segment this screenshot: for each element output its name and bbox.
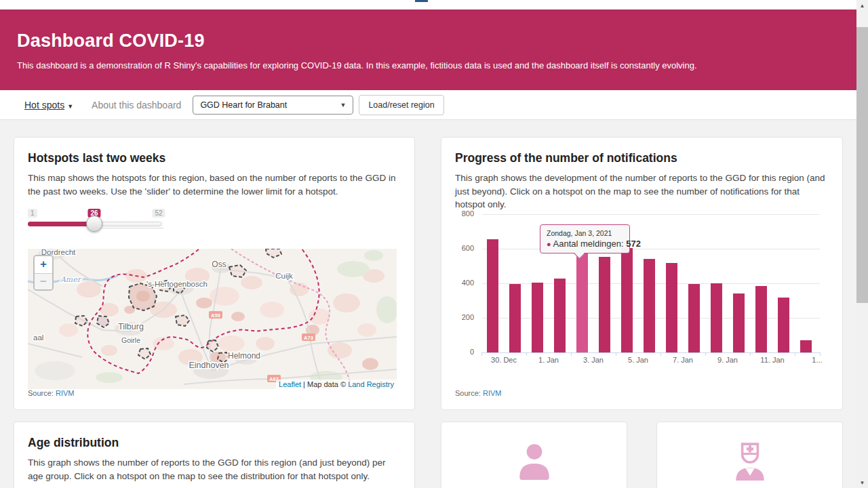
slider-handle[interactable] [86, 216, 102, 232]
x-axis-tick [616, 352, 616, 356]
scrollbar-thumb[interactable] [856, 27, 868, 303]
chart-bar[interactable] [599, 257, 610, 352]
age-card-title: Age distribution [28, 436, 401, 450]
tooltip-value: 572 [626, 239, 641, 249]
rivm-link[interactable]: RIVM [483, 389, 502, 397]
user-icon [515, 441, 554, 482]
tooltip-series-label: Aantal meldingen: [553, 239, 624, 249]
chart-bar[interactable] [688, 284, 700, 352]
notifications-card-title: Progress of the number of notifications [455, 151, 829, 165]
chart-bar[interactable] [487, 239, 498, 352]
x-axis-label: 1. Jan [538, 356, 559, 364]
nurse-icon [730, 441, 770, 482]
hotspots-card: Hotspots last two weeks This map shows t… [14, 137, 415, 410]
x-axis-label: 11. Jan [760, 356, 784, 364]
chart-bar[interactable] [532, 283, 543, 353]
tab-hot-spots-label: Hot spots [24, 100, 64, 110]
city-label: Tilburg [118, 322, 144, 331]
chart-bar[interactable] [576, 253, 588, 352]
x-axis-tick [750, 352, 751, 356]
chart-bar[interactable] [644, 259, 655, 352]
x-axis-label: 9. Jan [717, 356, 738, 364]
city-label: Eindhoven [189, 361, 229, 370]
chart-bar[interactable] [621, 248, 633, 352]
chart-gridline [482, 214, 820, 215]
browser-viewport: Dashboard COVID-19 This dashboard is a d… [0, 0, 868, 488]
road-badge-label: A50 [211, 312, 220, 319]
chart-tooltip: Zondag, Jan 3, 2021 ● Aantal meldingen: … [540, 224, 630, 253]
tooltip-date: Zondag, Jan 3, 2021 [547, 229, 623, 237]
region-select-value: GGD Heart for Brabant [200, 100, 287, 110]
leaflet-map[interactable]: A50A73A67 DordrechtOssCuijk's-Hertogenbo… [28, 249, 397, 389]
series-marker-icon: ● [547, 240, 551, 248]
top-strip [0, 0, 868, 9]
page-subtitle: This dashboard is a demonstration of R S… [17, 60, 856, 70]
x-axis-label: 30. Dec [491, 356, 517, 364]
land-registry-link[interactable]: Land Registry [348, 380, 394, 388]
age-distribution-card: Age distribution This graph shows the nu… [14, 422, 415, 488]
tab-hot-spots[interactable]: Hot spots▼ [24, 100, 73, 110]
source-label: Source: [28, 389, 54, 397]
chevron-down-icon: ▼ [340, 102, 346, 108]
y-axis-tick-label: 800 [441, 209, 474, 218]
tooltip-value-line: ● Aantal meldingen: 572 [547, 239, 623, 249]
hotspots-card-title: Hotspots last two weeks [28, 151, 401, 165]
chart-bar[interactable] [733, 293, 745, 352]
hotspots-card-description: This map shows the hotspots for this reg… [28, 171, 401, 198]
scroll-up-arrow-icon[interactable]: ▲ [856, 0, 868, 11]
source-line: Source: RIVM [455, 389, 501, 397]
chart-bar[interactable] [800, 340, 812, 352]
x-axis-tick [481, 352, 482, 356]
leaflet-link[interactable]: Leaflet [279, 380, 301, 388]
tab-about-dashboard[interactable]: About this dashboard [92, 100, 181, 110]
city-label: Helmond [228, 351, 260, 361]
notifications-bar-chart[interactable]: Zondag, Jan 3, 2021 ● Aantal meldingen: … [441, 205, 844, 375]
city-label: Oss [212, 260, 226, 269]
notifications-card: Progress of the number of notifications … [441, 137, 843, 410]
y-axis-tick-label: 0 [441, 348, 474, 356]
age-card-description: This graph shows the number of reports t… [28, 456, 401, 483]
chart-bar[interactable] [666, 263, 677, 352]
x-axis-label: 7. Jan [673, 356, 693, 364]
load-reset-region-button[interactable]: Load/reset region [359, 95, 443, 115]
x-axis-tick [705, 352, 706, 356]
x-axis-tick [571, 352, 572, 356]
source-label: Source: [455, 389, 481, 397]
city-label: aal [33, 333, 43, 342]
scroll-down-arrow-icon[interactable]: ▼ [856, 477, 868, 488]
zoom-out-button[interactable]: − [35, 274, 52, 291]
attribution-text: | Map data © [301, 380, 348, 388]
chart-bar[interactable] [778, 298, 789, 352]
rivm-link[interactable]: RIVM [56, 389, 75, 397]
x-axis-label: 1... [812, 356, 822, 364]
stat-card-nurse [656, 422, 843, 488]
y-axis-tick-label: 200 [441, 313, 474, 321]
y-axis-tick-label: 600 [441, 244, 474, 252]
source-line: Source: RIVM [28, 389, 74, 397]
map-canvas: A50A73A67 DordrechtOssCuijk's-Hertogenbo… [28, 249, 397, 389]
x-axis-tick [526, 352, 527, 356]
chart-bar[interactable] [554, 279, 566, 352]
tab-indicator-bar [415, 0, 428, 2]
dashboard-header: Dashboard COVID-19 This dashboard is a d… [0, 9, 856, 90]
vertical-scrollbar[interactable]: ▲ ▼ [856, 0, 868, 488]
x-axis-tick [660, 352, 661, 356]
region-select[interactable]: GGD Heart for Brabant ▼ [193, 96, 353, 115]
y-axis-tick-label: 400 [441, 279, 474, 287]
chart-bar[interactable] [755, 286, 767, 352]
slider-fill [28, 222, 95, 226]
zoom-in-button[interactable]: + [35, 256, 52, 274]
stat-card-person [441, 422, 627, 488]
map-attribution: Leaflet | Map data © Land Registry [276, 380, 397, 389]
chart-gridline [482, 352, 820, 353]
chevron-down-icon: ▼ [67, 103, 73, 110]
slider-max-label: 52 [152, 209, 165, 218]
city-label: Amer [60, 275, 82, 284]
city-label: Cuijk [275, 272, 293, 280]
icon-wrap [671, 441, 829, 482]
road-badge-label: A73 [304, 335, 313, 341]
x-axis-label: 3. Jan [583, 356, 604, 364]
chart-bar[interactable] [509, 284, 521, 352]
chart-bar[interactable] [711, 283, 722, 353]
icon-wrap [455, 441, 613, 482]
